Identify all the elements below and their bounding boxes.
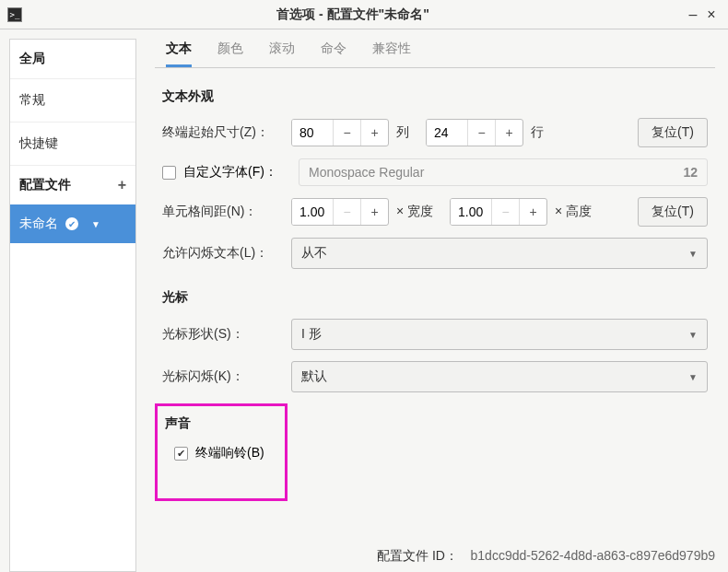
custom-font-checkbox[interactable] bbox=[162, 166, 176, 180]
sidebar-item-shortcuts[interactable]: 快捷键 bbox=[10, 122, 135, 165]
label-blink-text: 允许闪烁文本(L)： bbox=[162, 245, 291, 262]
rows-unit: 行 bbox=[531, 124, 544, 141]
font-chooser[interactable]: Monospace Regular 12 bbox=[299, 158, 708, 186]
chevron-down-icon: ▼ bbox=[688, 330, 698, 340]
section-sound: 声音 bbox=[165, 415, 272, 432]
font-size: 12 bbox=[683, 165, 698, 180]
rows-minus[interactable]: − bbox=[467, 120, 495, 146]
height-unit: × 高度 bbox=[555, 204, 592, 220]
scale-y-stepper[interactable]: − + bbox=[450, 198, 547, 226]
chevron-down-icon: ▼ bbox=[688, 372, 698, 382]
terminal-bell-checkbox[interactable]: ✔ bbox=[174, 447, 188, 461]
reset-spacing-button[interactable]: 复位(T) bbox=[638, 197, 708, 227]
cols-unit: 列 bbox=[396, 124, 409, 141]
scale-x-stepper[interactable]: − + bbox=[291, 198, 389, 226]
sidebar-global-header: 全局 bbox=[10, 40, 135, 78]
scale-x-plus[interactable]: + bbox=[360, 199, 388, 225]
scale-y-plus[interactable]: + bbox=[519, 199, 546, 225]
rows-plus[interactable]: + bbox=[495, 120, 523, 146]
label-custom-font: 自定义字体(F)： bbox=[183, 164, 277, 181]
profile-id-value: b1dcc9dd-5262-4d8d-a863-c897e6d979b9 bbox=[471, 548, 715, 563]
section-cursor: 光标 bbox=[162, 289, 715, 306]
label-cell-spacing: 单元格间距(N)： bbox=[162, 204, 291, 220]
label-terminal-bell: 终端响铃(B) bbox=[195, 445, 264, 461]
highlight-annotation: 声音 ✔ 终端响铃(B) bbox=[155, 403, 288, 501]
add-profile-button[interactable]: + bbox=[118, 177, 126, 193]
scale-x-input[interactable] bbox=[292, 199, 333, 225]
sidebar-item-general[interactable]: 常规 bbox=[10, 78, 135, 122]
scale-x-minus[interactable]: − bbox=[333, 199, 360, 225]
blink-text-select[interactable]: 从不 ▼ bbox=[291, 238, 708, 269]
minimize-button[interactable]: – bbox=[684, 6, 702, 23]
rows-input[interactable] bbox=[427, 120, 467, 146]
width-unit: × 宽度 bbox=[396, 204, 433, 220]
label-cursor-shape: 光标形状(S)： bbox=[162, 326, 291, 343]
sidebar: 全局 常规 快捷键 配置文件 + 未命名 ✔ ▼ bbox=[9, 39, 136, 572]
chevron-down-icon: ▼ bbox=[688, 249, 698, 259]
reset-size-button[interactable]: 复位(T) bbox=[638, 118, 708, 147]
scale-y-input[interactable] bbox=[451, 199, 491, 225]
rows-stepper[interactable]: − + bbox=[426, 119, 523, 146]
tab-compat[interactable]: 兼容性 bbox=[372, 41, 411, 67]
tab-color[interactable]: 颜色 bbox=[217, 41, 243, 67]
cols-plus[interactable]: + bbox=[360, 120, 388, 146]
cols-minus[interactable]: − bbox=[333, 120, 360, 146]
profile-id-label: 配置文件 ID： bbox=[377, 548, 458, 563]
tab-text[interactable]: 文本 bbox=[166, 41, 192, 67]
label-cursor-blink: 光标闪烁(K)： bbox=[162, 368, 291, 385]
cursor-blink-value: 默认 bbox=[301, 368, 327, 385]
close-button[interactable]: × bbox=[702, 6, 721, 23]
app-icon: >_ bbox=[7, 7, 22, 22]
sidebar-profiles-header: 配置文件 bbox=[19, 177, 71, 193]
font-name: Monospace Regular bbox=[309, 165, 424, 180]
cols-stepper[interactable]: − + bbox=[291, 119, 389, 146]
blink-text-value: 从不 bbox=[301, 245, 327, 262]
chevron-down-icon: ▼ bbox=[91, 219, 100, 229]
window-title: 首选项 - 配置文件"未命名" bbox=[22, 6, 684, 23]
profile-name: 未命名 bbox=[19, 216, 58, 232]
sidebar-profile-active[interactable]: 未命名 ✔ ▼ bbox=[10, 204, 135, 243]
tab-command[interactable]: 命令 bbox=[321, 41, 346, 67]
section-text-appearance: 文本外观 bbox=[162, 88, 715, 105]
cursor-shape-select[interactable]: I 形 ▼ bbox=[291, 319, 708, 350]
cols-input[interactable] bbox=[292, 120, 333, 146]
scale-y-minus[interactable]: − bbox=[491, 199, 519, 225]
cursor-shape-value: I 形 bbox=[301, 326, 322, 343]
cursor-blink-select[interactable]: 默认 ▼ bbox=[291, 361, 708, 392]
label-initial-size: 终端起始尺寸(Z)： bbox=[162, 124, 291, 141]
tab-scroll[interactable]: 滚动 bbox=[269, 41, 295, 67]
check-icon: ✔ bbox=[65, 217, 78, 230]
